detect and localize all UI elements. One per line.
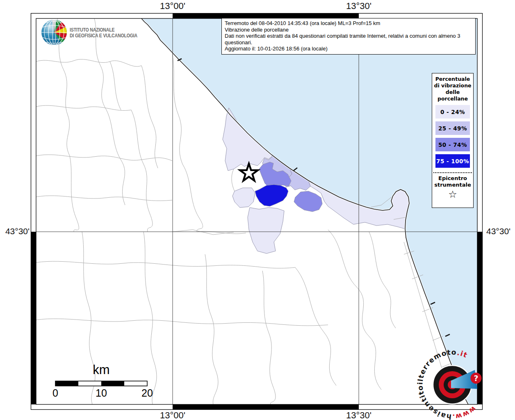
- axis-label-lon-top-left: 13°00': [160, 1, 185, 11]
- map-page: ? www.haisentitoilterremoto.it 13°00' 13…: [0, 0, 515, 420]
- scale-bar: [55, 381, 147, 386]
- info-box: Terremoto del 08-04-2010 14:35:43 (ora l…: [221, 18, 476, 55]
- question-mark-badge: ?: [471, 373, 482, 384]
- info-line-source: Dati non verificati estratti da 84 quest…: [225, 33, 472, 46]
- scale-tick-20: 20: [141, 387, 153, 399]
- map-area: [36, 18, 477, 404]
- legend-divider: [433, 172, 472, 173]
- map-svg: ? www.haisentitoilterremoto.it: [0, 0, 515, 420]
- legend-swatch-0-24: 0 - 24%: [435, 105, 470, 119]
- svg-text:?: ?: [474, 374, 478, 383]
- legend-star-icon: ☆: [432, 189, 473, 200]
- ingv-globe-icon: [41, 20, 67, 45]
- info-line-updated: Aggiornato il: 10-01-2026 18:56 (ora loc…: [225, 46, 472, 52]
- axis-label-lon-bottom-right: 13°30': [346, 410, 371, 420]
- info-line-event: Terremoto del 08-04-2010 14:35:43 (ora l…: [225, 20, 472, 27]
- axis-label-lon-bottom-left: 13°00': [160, 410, 185, 420]
- info-line-metric: Vibrazione delle porcellane: [225, 27, 472, 33]
- ingv-logo-text: ISTITUTO NAZIONALE DI GEOFISICA E VULCAN…: [70, 27, 137, 39]
- legend-swatch-75-100: 75 - 100%: [435, 154, 470, 168]
- scale-tick-10: 10: [96, 387, 107, 399]
- axis-label-lon-top-right: 13°30': [346, 1, 371, 11]
- epicenter-label: Epicentro: [432, 175, 473, 182]
- legend-title: Percentuale di vibrazione delle porcella…: [432, 76, 473, 102]
- axis-label-lat-left: 43°30': [1, 226, 30, 236]
- scale-bar-unit: km: [93, 363, 109, 377]
- scale-tick-0: 0: [52, 387, 58, 399]
- legend: Percentuale di vibrazione delle porcella…: [432, 73, 474, 208]
- axis-label-lat-right: 43°30': [486, 226, 515, 236]
- legend-swatch-25-49: 25 - 49%: [435, 121, 470, 135]
- legend-swatch-50-74: 50 - 74%: [435, 138, 470, 151]
